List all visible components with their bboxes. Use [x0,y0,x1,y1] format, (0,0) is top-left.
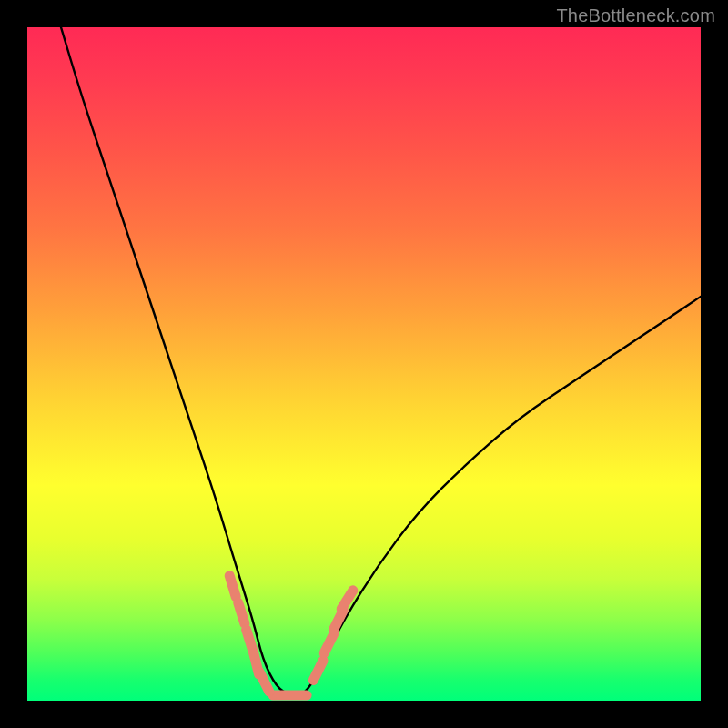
chart-stage: TheBottleneck.com [0,0,728,728]
watermark-text: TheBottleneck.com [556,5,715,26]
highlight-bead [313,661,323,680]
highlight-bead [324,633,334,652]
curve-layer [27,27,701,701]
bottleneck-curve [61,27,701,695]
highlight-bead [238,602,245,623]
highlight-bead [229,576,236,597]
highlight-beads [229,576,353,692]
highlight-bead [247,630,253,651]
highlight-bead [259,672,269,692]
highlight-bead [341,591,353,609]
plot-area [27,27,701,701]
